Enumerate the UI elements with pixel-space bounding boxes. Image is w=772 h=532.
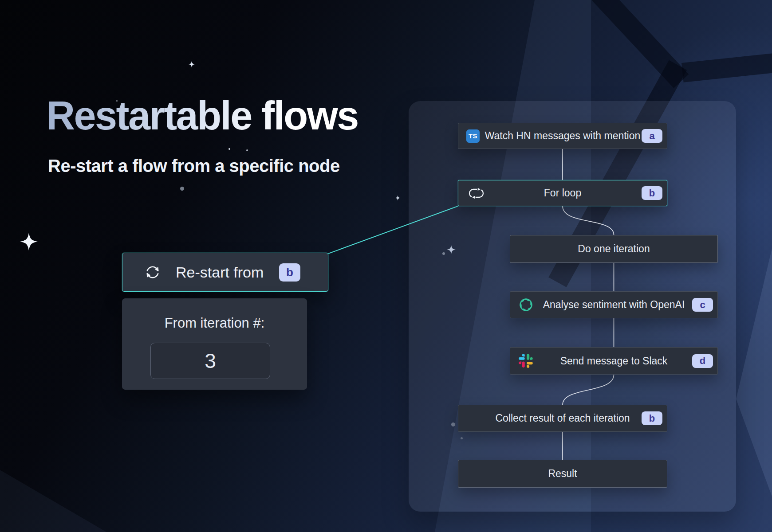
restart-node-label: Re-start from — [176, 264, 264, 281]
typescript-icon: TS — [466, 129, 480, 143]
node-badge: a — [642, 129, 662, 143]
node-badge: c — [692, 298, 713, 312]
page-title: Restartable flows — [46, 95, 358, 137]
iteration-panel: From iteration #: — [122, 298, 307, 390]
flow-node-for-loop[interactable]: For loop b — [458, 180, 667, 206]
node-label: Watch HN messages with mention — [485, 130, 641, 142]
flow-node-watch-hn[interactable]: TS Watch HN messages with mention a — [458, 123, 667, 149]
restart-node-badge: b — [279, 263, 300, 282]
node-label: For loop — [544, 187, 581, 199]
node-badge: b — [642, 411, 662, 425]
star-dot — [228, 148, 230, 150]
stage: Restartable flows Re-start a flow from a… — [0, 0, 772, 532]
node-label: Analyse sentiment with OpenAI — [543, 299, 685, 311]
loop-icon — [466, 187, 486, 200]
node-label: Collect result of each iteration — [496, 412, 630, 424]
refresh-icon — [143, 262, 162, 282]
restart-from-node[interactable]: Re-start from b — [122, 253, 328, 292]
slack-icon — [518, 353, 533, 368]
flow-node-collect-result[interactable]: Collect result of each iteration b — [458, 405, 667, 432]
star-dot — [246, 149, 248, 151]
node-label: Result — [548, 468, 577, 480]
flow-node-analyse-sentiment[interactable]: Analyse sentiment with OpenAI c — [510, 291, 718, 318]
node-badge: b — [642, 186, 662, 200]
node-badge: d — [692, 354, 713, 368]
sparkle-icon — [19, 232, 39, 251]
openai-icon — [518, 297, 534, 313]
flow-node-do-one-iteration[interactable]: Do one iteration — [510, 235, 718, 263]
sparkle-icon — [395, 195, 401, 201]
node-label: Do one iteration — [578, 243, 650, 255]
iteration-input[interactable] — [150, 343, 270, 379]
flow-node-send-slack[interactable]: Send message to Slack d — [510, 347, 718, 375]
sparkle-icon — [188, 61, 195, 68]
node-label: Send message to Slack — [560, 355, 668, 367]
watermark-arm — [681, 52, 772, 82]
flow-node-result[interactable]: Result — [458, 460, 667, 488]
page-subtitle: Re-start a flow from a specific node — [48, 156, 340, 176]
iteration-label: From iteration #: — [122, 315, 307, 331]
star-dot — [180, 187, 184, 191]
